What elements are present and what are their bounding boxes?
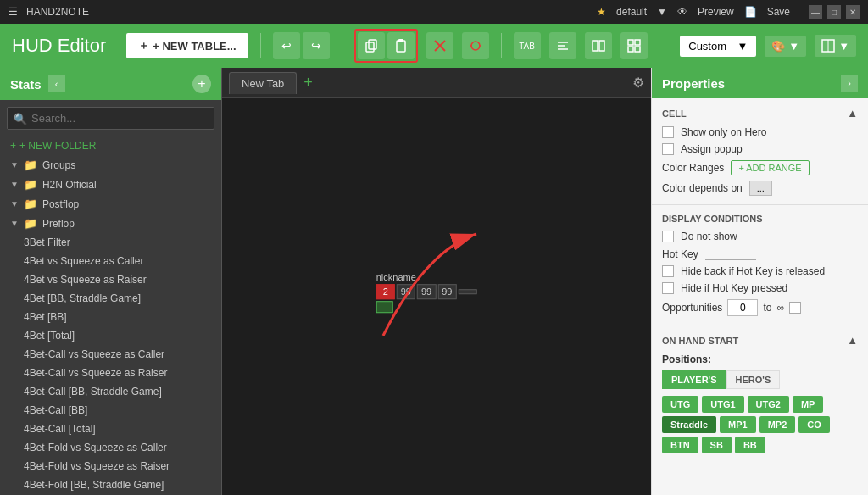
redo-button[interactable]: ↪ — [303, 32, 330, 59]
chevron-icon: ▼ — [10, 180, 19, 189]
tree-item-groups[interactable]: ▼ 📁 Groups — [0, 155, 221, 175]
on-hand-start-label: ON HAND START — [662, 336, 738, 346]
tab-settings-button[interactable]: ⚙ — [632, 75, 644, 91]
opportunities-row: Opportunities to ∞ — [662, 299, 858, 316]
maximize-button[interactable]: □ — [827, 5, 841, 19]
tab-button[interactable]: TAB — [514, 32, 541, 59]
hud-cell-4[interactable]: 99 — [437, 284, 456, 299]
app-name: HAND2NOTE — [26, 6, 597, 18]
cell-collapse-icon[interactable]: ▲ — [847, 107, 858, 120]
pos-bb-button[interactable]: BB — [735, 437, 765, 453]
list-item[interactable]: 4Bet [Total] — [0, 326, 221, 345]
opp-checkbox[interactable] — [789, 302, 801, 314]
tree-item-postflop[interactable]: ▼ 📁 Postflop — [0, 194, 221, 214]
paint-dropdown[interactable]: 🎨 ▼ — [765, 36, 806, 57]
list-item[interactable]: 4Bet-Fold vs Squeeze as Caller — [0, 438, 221, 457]
custom-arrow: ▼ — [737, 40, 748, 53]
hud-cell-3[interactable]: 99 — [417, 284, 436, 299]
hud-cell-5[interactable] — [459, 289, 477, 294]
color-depends-button[interactable]: ... — [749, 181, 772, 196]
window-controls: — □ ✕ — [809, 5, 860, 19]
cell-section: CELL ▲ Show only on Hero Assign popup Co… — [652, 98, 868, 205]
pos-utg1-button[interactable]: UTG1 — [702, 396, 743, 413]
tree-item-label: H2N Official — [42, 179, 97, 191]
hud-selected-cell[interactable] — [376, 301, 393, 313]
copy-cell-button[interactable] — [358, 32, 385, 59]
search-input[interactable] — [7, 107, 214, 130]
list-item[interactable]: 4Bet-Fold [BB, Straddle Game] — [0, 476, 221, 494]
edit-tools-group — [354, 29, 418, 63]
list-item[interactable]: 4Bet vs Squeeze as Raiser — [0, 270, 221, 289]
custom-dropdown-button[interactable]: Custom ▼ — [680, 36, 756, 57]
eye-icon: 👁 — [677, 6, 687, 18]
toolbar-separator-2 — [342, 33, 342, 58]
grid-button[interactable] — [620, 32, 648, 59]
players-tab[interactable]: PLAYER'S — [662, 370, 726, 389]
pos-mp-button[interactable]: MP — [793, 396, 824, 413]
dropdown-arrow[interactable]: ▼ — [657, 6, 667, 18]
list-item[interactable]: 4Bet-Fold vs Squeeze as Raiser — [0, 457, 221, 476]
columns-button[interactable] — [585, 32, 612, 59]
hot-key-label: Hot Key — [662, 248, 698, 260]
tree-item-preflop[interactable]: ▼ 📁 Preflop — [0, 214, 221, 233]
paste-cell-button[interactable] — [387, 32, 415, 59]
undo-button[interactable]: ↩ — [273, 32, 300, 59]
list-item[interactable]: 4Bet [BB] — [0, 308, 221, 326]
add-tab-button[interactable]: + — [297, 74, 320, 92]
align-left-button[interactable] — [549, 32, 576, 59]
title-bar: ☰ HAND2NOTE ★ default ▼ 👁 Preview 📄 Save… — [0, 0, 868, 24]
close-button[interactable]: ✕ — [846, 5, 860, 19]
add-range-button[interactable]: + ADD RANGE — [731, 160, 809, 175]
pos-mp2-button[interactable]: MP2 — [760, 416, 796, 433]
hud-cell-2[interactable]: 99 — [397, 284, 415, 299]
list-item[interactable]: 4Bet-Call vs Squeeze as Raiser — [0, 364, 221, 382]
canvas-tab[interactable]: New Tab — [229, 72, 297, 94]
pos-mp1-button[interactable]: MP1 — [720, 416, 756, 433]
undo-redo-group: ↩ ↪ — [273, 32, 330, 59]
list-item[interactable]: 4Bet-Call [Total] — [0, 420, 221, 438]
pos-sb-button[interactable]: SB — [702, 437, 732, 453]
hot-key-input[interactable] — [705, 248, 756, 260]
list-item[interactable]: 4Bet-Call [BB] — [0, 401, 221, 420]
hide-if-checkbox[interactable] — [662, 282, 674, 294]
folder-icon: 📁 — [24, 159, 37, 171]
assign-popup-row: Assign popup — [662, 143, 858, 155]
opp-from-input[interactable] — [727, 299, 758, 316]
save-icon: 📄 — [744, 6, 757, 18]
hide-back-checkbox[interactable] — [662, 265, 674, 277]
minimize-button[interactable]: — — [809, 5, 822, 19]
list-item[interactable]: 4Bet [BB, Straddle Game] — [0, 289, 221, 308]
pos-btn-button[interactable]: BTN — [662, 437, 698, 453]
canvas-main[interactable]: nickname 2 99 99 99 — [222, 98, 651, 495]
svg-rect-15 — [635, 40, 640, 45]
pos-straddle-button[interactable]: Straddle — [662, 416, 716, 433]
pos-co-button[interactable]: CO — [798, 416, 830, 433]
main-toolbar: HUD Editor ＋ + NEW TABLE... ↩ ↪ TAB Cust… — [0, 24, 868, 68]
pos-utg-button[interactable]: UTG — [662, 396, 698, 413]
pos-utg2-button[interactable]: UTG2 — [748, 396, 789, 413]
show-hero-checkbox[interactable] — [662, 126, 674, 138]
do-not-show-checkbox[interactable] — [662, 231, 674, 242]
properties-title: Properties — [662, 76, 725, 91]
add-stat-button[interactable]: + — [192, 75, 211, 93]
hud-cell-1[interactable]: 2 — [376, 284, 395, 299]
hide-back-label: Hide back if Hot Key is released — [681, 265, 825, 277]
properties-expand-button[interactable]: › — [841, 75, 858, 92]
tree-item-h2n[interactable]: ▼ 📁 H2N Official — [0, 175, 221, 194]
list-item[interactable]: 4Bet vs Squeeze as Caller — [0, 252, 221, 270]
new-folder-button[interactable]: + + NEW FOLDER — [0, 136, 221, 155]
preview-label[interactable]: Preview — [698, 6, 734, 18]
heros-tab[interactable]: HERO'S — [726, 370, 781, 389]
new-table-button[interactable]: ＋ + NEW TABLE... — [126, 33, 248, 58]
assign-popup-checkbox[interactable] — [662, 143, 674, 155]
layout-dropdown[interactable]: ▼ — [815, 35, 856, 57]
hamburger-icon[interactable]: ☰ — [8, 6, 18, 18]
move-button[interactable] — [462, 32, 489, 59]
on-hand-collapse-icon[interactable]: ▲ — [847, 334, 858, 347]
list-item[interactable]: 4Bet-Call vs Squeeze as Caller — [0, 345, 221, 364]
list-item[interactable]: 4Bet-Call [BB, Straddle Game] — [0, 382, 221, 401]
save-label[interactable]: Save — [767, 6, 790, 18]
delete-button[interactable] — [426, 32, 453, 59]
stats-collapse-button[interactable]: ‹ — [48, 75, 65, 92]
list-item[interactable]: 3Bet Filter — [0, 233, 221, 252]
